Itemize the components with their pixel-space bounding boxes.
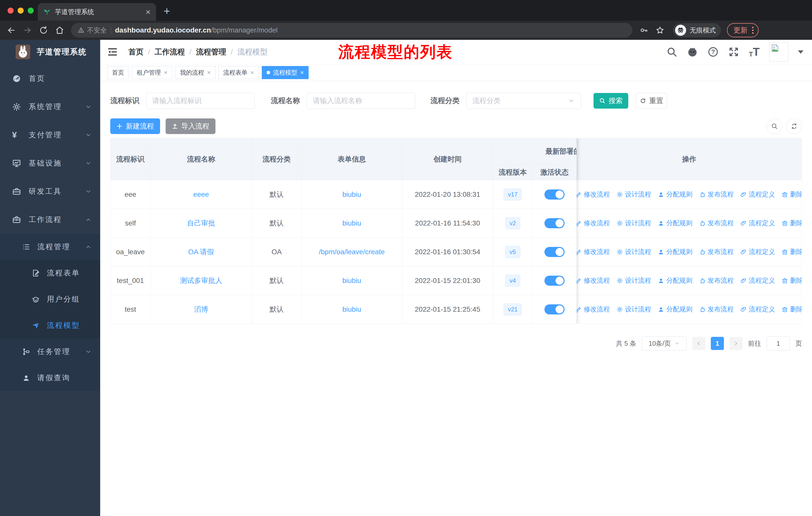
action-assign[interactable]: 分配规则 bbox=[658, 305, 692, 314]
form-link[interactable]: biubiu bbox=[342, 219, 361, 227]
github-icon[interactable] bbox=[687, 46, 698, 57]
filter-input-id[interactable] bbox=[146, 93, 255, 109]
sidebar-collapse-icon[interactable] bbox=[107, 47, 118, 57]
action-definition[interactable]: 流程定义 bbox=[740, 276, 775, 285]
filter-select-category[interactable]: 流程分类 bbox=[466, 93, 581, 109]
sidebar-item-10[interactable]: 任务管理 bbox=[0, 338, 100, 365]
action-delete[interactable]: 删除 bbox=[782, 219, 802, 227]
form-link[interactable]: biubiu bbox=[342, 190, 361, 198]
sidebar-item-7[interactable]: 流程表单 bbox=[0, 260, 100, 286]
prev-page-button[interactable] bbox=[692, 337, 705, 350]
action-delete[interactable]: 删除 bbox=[782, 190, 802, 199]
action-delete[interactable]: 删除 bbox=[782, 247, 802, 256]
action-design[interactable]: 设计流程 bbox=[616, 276, 651, 285]
process-name-link[interactable]: OA 请假 bbox=[188, 247, 214, 257]
back-icon[interactable] bbox=[6, 25, 16, 35]
action-definition[interactable]: 流程定义 bbox=[740, 305, 775, 314]
key-icon[interactable] bbox=[639, 26, 648, 35]
update-button[interactable]: 更新 bbox=[727, 23, 759, 37]
import-process-button[interactable]: 导入流程 bbox=[166, 118, 215, 134]
action-publish[interactable]: 发布流程 bbox=[699, 247, 734, 256]
form-link[interactable]: biubiu bbox=[342, 305, 361, 314]
tag-0[interactable]: 首页 bbox=[107, 66, 129, 79]
fullscreen-icon[interactable] bbox=[728, 46, 739, 57]
tag-close-icon[interactable]: × bbox=[164, 69, 167, 76]
action-publish[interactable]: 发布流程 bbox=[699, 190, 734, 199]
sidebar-item-5[interactable]: 工作流程 bbox=[0, 206, 100, 234]
process-name-link[interactable]: eeee bbox=[193, 190, 209, 198]
action-modify[interactable]: 修改流程 bbox=[577, 190, 610, 199]
action-definition[interactable]: 流程定义 bbox=[740, 247, 775, 256]
tag-4[interactable]: 流程模型× bbox=[262, 66, 309, 79]
process-name-link[interactable]: 自己审批 bbox=[187, 218, 215, 228]
sidebar-item-2[interactable]: ¥支付管理 bbox=[0, 121, 100, 149]
active-toggle[interactable] bbox=[545, 247, 564, 257]
browser-tab[interactable]: 芋道管理系统 × bbox=[38, 3, 156, 21]
action-definition[interactable]: 流程定义 bbox=[740, 190, 775, 199]
breadcrumb-item-2[interactable]: 流程管理 bbox=[196, 47, 226, 57]
action-design[interactable]: 设计流程 bbox=[616, 247, 651, 256]
sidebar-item-9[interactable]: 流程模型 bbox=[0, 313, 100, 338]
action-modify[interactable]: 修改流程 bbox=[577, 247, 610, 256]
breadcrumb-item-0[interactable]: 首页 bbox=[128, 47, 143, 57]
help-icon[interactable]: ? bbox=[707, 46, 719, 57]
action-modify[interactable]: 修改流程 bbox=[577, 219, 610, 227]
tag-2[interactable]: 我的流程× bbox=[175, 66, 215, 79]
active-toggle[interactable] bbox=[545, 304, 564, 315]
security-chip[interactable]: 不安全 bbox=[78, 26, 107, 35]
window-minimize-button[interactable] bbox=[18, 7, 24, 13]
avatar[interactable] bbox=[769, 42, 788, 61]
tag-1[interactable]: 租户管理× bbox=[132, 66, 172, 79]
action-modify[interactable]: 修改流程 bbox=[577, 276, 610, 285]
action-publish[interactable]: 发布流程 bbox=[699, 276, 734, 285]
action-delete[interactable]: 删除 bbox=[782, 305, 802, 314]
browser-menu-icon[interactable] bbox=[752, 27, 754, 34]
window-close-button[interactable] bbox=[7, 7, 13, 13]
sidebar-item-6[interactable]: 流程管理 bbox=[0, 234, 100, 260]
window-zoom-button[interactable] bbox=[28, 7, 34, 13]
refresh-table-button[interactable] bbox=[786, 118, 802, 134]
sidebar-item-0[interactable]: 首页 bbox=[0, 64, 100, 93]
action-assign[interactable]: 分配规则 bbox=[658, 219, 692, 227]
breadcrumb-item-1[interactable]: 工作流程 bbox=[154, 47, 185, 57]
bookmark-star-icon[interactable] bbox=[656, 26, 665, 35]
action-publish[interactable]: 发布流程 bbox=[699, 219, 734, 227]
tag-close-icon[interactable]: × bbox=[251, 69, 254, 76]
tab-close-icon[interactable]: × bbox=[145, 7, 150, 16]
tag-3[interactable]: 流程表单× bbox=[219, 66, 259, 79]
reload-icon[interactable] bbox=[39, 25, 48, 35]
action-publish[interactable]: 发布流程 bbox=[699, 305, 734, 314]
action-definition[interactable]: 流程定义 bbox=[740, 219, 775, 227]
active-toggle[interactable] bbox=[545, 189, 564, 199]
action-assign[interactable]: 分配规则 bbox=[658, 190, 692, 199]
home-icon[interactable] bbox=[55, 25, 64, 35]
process-name-link[interactable]: 滔博 bbox=[194, 305, 208, 314]
search-icon[interactable] bbox=[666, 46, 677, 57]
form-link[interactable]: /bpm/oa/leave/create bbox=[319, 248, 385, 256]
process-name-link[interactable]: 测试多审批人 bbox=[180, 276, 222, 286]
active-toggle[interactable] bbox=[545, 276, 564, 286]
font-size-icon[interactable]: TT bbox=[749, 46, 760, 57]
tag-close-icon[interactable]: × bbox=[207, 69, 211, 76]
action-design[interactable]: 设计流程 bbox=[616, 190, 651, 199]
sidebar-item-1[interactable]: 系统管理 bbox=[0, 93, 100, 121]
page-size-select[interactable]: 10条/页 bbox=[642, 336, 687, 350]
new-tab-button[interactable]: + bbox=[164, 5, 170, 17]
sidebar-item-11[interactable]: 请假查询 bbox=[0, 365, 100, 391]
next-page-button[interactable] bbox=[729, 337, 743, 350]
create-process-button[interactable]: 新建流程 bbox=[110, 118, 160, 134]
avatar-caret-icon[interactable] bbox=[798, 50, 804, 54]
tag-close-icon[interactable]: × bbox=[300, 69, 304, 76]
sidebar-item-8[interactable]: 用户分组 bbox=[0, 286, 100, 313]
action-assign[interactable]: 分配规则 bbox=[658, 247, 692, 256]
reset-button[interactable]: 重置 bbox=[636, 93, 667, 109]
action-design[interactable]: 设计流程 bbox=[616, 219, 651, 227]
address-bar[interactable]: 不安全 dashboard.yudao.iocoder.cn/bpm/manag… bbox=[71, 23, 632, 37]
forward-icon[interactable] bbox=[23, 25, 32, 35]
action-modify[interactable]: 修改流程 bbox=[577, 305, 610, 314]
show-search-button[interactable] bbox=[767, 118, 782, 134]
goto-page-input[interactable] bbox=[767, 336, 790, 350]
action-design[interactable]: 设计流程 bbox=[616, 305, 651, 314]
sidebar-item-4[interactable]: 研发工具 bbox=[0, 178, 100, 206]
sidebar-item-3[interactable]: 基础设施 bbox=[0, 149, 100, 178]
